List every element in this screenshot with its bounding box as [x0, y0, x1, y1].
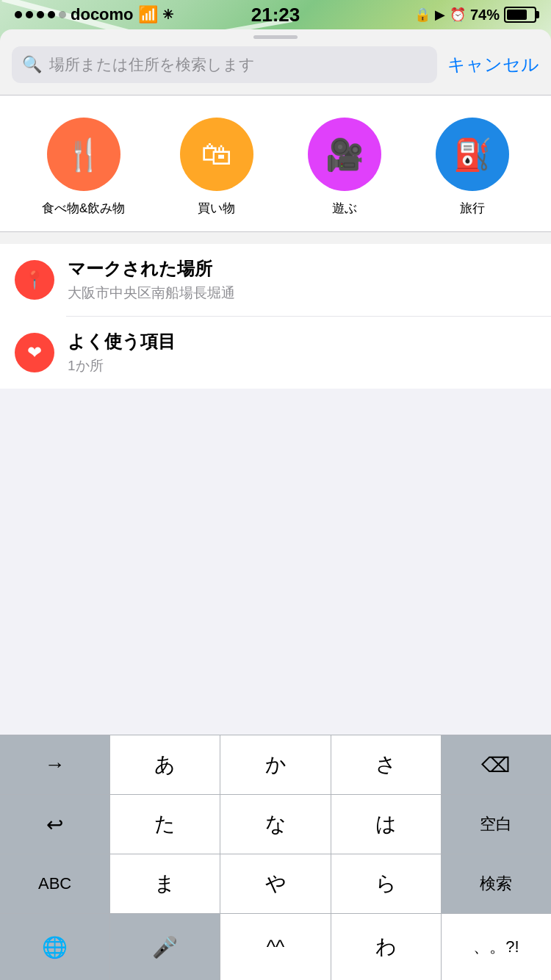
search-magnifier-icon: 🔍 [22, 55, 42, 74]
key-sa-label: さ [375, 751, 397, 779]
keyboard: → あ か さ ⌫ ↩ た な は 空白 A [0, 735, 551, 980]
undo-icon: ↩ [46, 813, 63, 837]
globe-icon: 🌐 [42, 935, 68, 959]
marked-place-title: マークされた場所 [68, 257, 235, 281]
key-ka[interactable]: か [220, 735, 331, 794]
key-punctuation[interactable]: 、。?! [442, 914, 551, 980]
category-travel-icon: ⛽ [436, 118, 509, 191]
category-travel-label: 旅行 [460, 200, 485, 217]
battery-percent: 74% [470, 7, 500, 24]
key-ma-label: ま [154, 870, 176, 898]
location-icon: ▶ [435, 7, 445, 23]
search-placeholder: 場所または住所を検索します [49, 54, 255, 75]
key-ta[interactable]: た [110, 795, 220, 854]
key-a[interactable]: あ [110, 735, 220, 794]
alarm-icon: ⏰ [450, 7, 466, 23]
key-wa-label: わ [375, 933, 397, 961]
favorites-title: よく使う項目 [68, 330, 176, 353]
mic-icon: 🎤 [152, 935, 178, 959]
key-ma[interactable]: ま [110, 854, 220, 913]
categories-divider [0, 231, 551, 232]
key-arrow[interactable]: → [0, 735, 110, 794]
list-item-marked[interactable]: 📍 マークされた場所 大阪市中央区南船場長堀通 [0, 244, 551, 316]
category-shop-label: 買い物 [198, 200, 235, 217]
backspace-icon: ⌫ [481, 753, 511, 777]
key-wa[interactable]: わ [331, 914, 442, 980]
cancel-button[interactable]: キャンセル [447, 53, 539, 76]
key-na[interactable]: な [220, 795, 331, 854]
search-bar-row: 🔍 場所または住所を検索します キャンセル [0, 46, 551, 95]
keyboard-row-2: ↩ た な は 空白 [0, 794, 551, 854]
search-input-box[interactable]: 🔍 場所または住所を検索します [12, 46, 437, 83]
lock-icon: 🔒 [414, 7, 431, 23]
category-play-icon: 🎥 [308, 118, 381, 191]
key-backspace[interactable]: ⌫ [442, 735, 551, 794]
favorites-subtitle: 1か所 [68, 356, 176, 375]
key-small-tsu-label: ^^ [267, 936, 284, 959]
category-food[interactable]: 🍴 食べ物&飲み物 [42, 118, 125, 217]
keyboard-row-1: → あ か さ ⌫ [0, 735, 551, 794]
categories-row: 🍴 食べ物&飲み物 🛍 買い物 🎥 遊ぶ ⛽ 旅行 [0, 96, 551, 231]
search-panel: 🔍 場所または住所を検索します キャンセル 🍴 食べ物&飲み物 🛍 買い物 🎥 … [0, 29, 551, 389]
key-abc-label: ABC [38, 874, 71, 893]
signal-dots [15, 11, 66, 18]
key-punctuation-label: 、。?! [473, 936, 519, 958]
marked-place-icon: 📍 [15, 260, 54, 300]
key-small-tsu[interactable]: ^^ [220, 914, 331, 980]
favorites-icon: ❤ [15, 333, 54, 372]
status-bar: docomo 📶 ✳ 21:23 🔒 ▶ ⏰ 74% [0, 0, 551, 29]
carrier-label: docomo [71, 5, 134, 24]
key-ha-label: は [375, 810, 397, 838]
time-display: 21:23 [251, 4, 300, 26]
list-section: 📍 マークされた場所 大阪市中央区南船場長堀通 ❤ よく使う項目 1か所 [0, 244, 551, 389]
key-ya-label: や [265, 870, 287, 898]
battery-tip [536, 11, 539, 18]
arrow-right-icon: → [45, 753, 65, 777]
favorites-text: よく使う項目 1か所 [68, 330, 176, 375]
category-shop[interactable]: 🛍 買い物 [180, 118, 253, 217]
key-undo[interactable]: ↩ [0, 795, 110, 854]
key-globe[interactable]: 🌐 [0, 914, 110, 980]
key-na-label: な [265, 810, 287, 838]
key-mic[interactable]: 🎤 [110, 914, 220, 980]
key-space-label: 空白 [480, 813, 512, 835]
category-food-icon: 🍴 [47, 118, 120, 191]
battery-icon [504, 7, 536, 23]
category-play[interactable]: 🎥 遊ぶ [308, 118, 381, 217]
wifi-icon: 📶 [138, 5, 158, 24]
keyboard-row-3: ABC ま や ら 検索 [0, 854, 551, 913]
drag-handle[interactable] [253, 35, 298, 39]
battery-fill [507, 10, 527, 20]
list-item-favorites[interactable]: ❤ よく使う項目 1か所 [0, 317, 551, 389]
key-search[interactable]: 検索 [442, 854, 551, 913]
key-sa[interactable]: さ [331, 735, 442, 794]
status-right: 🔒 ▶ ⏰ 74% [414, 7, 536, 24]
key-abc[interactable]: ABC [0, 854, 110, 913]
marked-place-text: マークされた場所 大阪市中央区南船場長堀通 [68, 257, 235, 303]
key-space[interactable]: 空白 [442, 795, 551, 854]
key-ta-label: た [154, 810, 176, 838]
key-a-label: あ [154, 751, 176, 779]
category-food-label: 食べ物&飲み物 [42, 200, 125, 217]
category-play-label: 遊ぶ [332, 200, 357, 217]
status-left: docomo 📶 ✳ [15, 5, 173, 24]
brightness-icon: ✳ [162, 7, 173, 23]
key-search-label: 検索 [480, 873, 512, 895]
marked-place-subtitle: 大阪市中央区南船場長堀通 [68, 284, 235, 303]
key-ra[interactable]: ら [331, 854, 442, 913]
category-shop-icon: 🛍 [180, 118, 253, 191]
key-ya[interactable]: や [220, 854, 331, 913]
category-travel[interactable]: ⛽ 旅行 [436, 118, 509, 217]
key-ka-label: か [265, 751, 287, 779]
key-ra-label: ら [375, 870, 397, 898]
keyboard-row-4: 🌐 🎤 ^^ わ 、。?! [0, 913, 551, 980]
key-ha[interactable]: は [331, 795, 442, 854]
